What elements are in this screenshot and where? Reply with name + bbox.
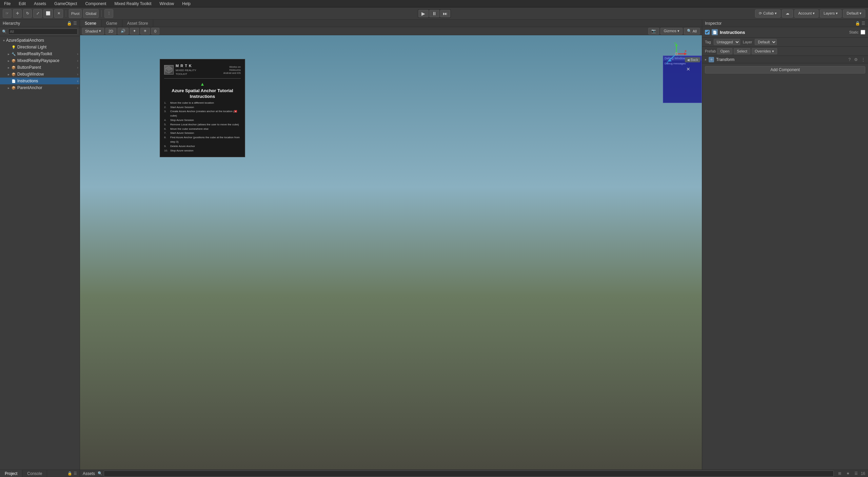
green-arrow: ▲ xyxy=(164,81,241,87)
hierarchy-item-instructions[interactable]: 📄 Instructions › xyxy=(0,78,80,84)
obj-type-icon: 📄 xyxy=(712,29,718,35)
collab-btn[interactable]: ⟳ Collab ▾ xyxy=(755,9,781,18)
assets-toggle-btn[interactable]: ⊞ xyxy=(836,471,843,477)
panel-menu-icon[interactable]: ☰ xyxy=(74,471,77,476)
tab-scene[interactable]: Scene xyxy=(80,20,101,27)
layers-btn[interactable]: Layers ▾ xyxy=(820,9,842,18)
transform-settings-icon[interactable]: ⚙ xyxy=(854,57,858,62)
assets-filter-btn[interactable]: ☰ xyxy=(853,471,860,477)
inspector-lock-icon[interactable]: 🔒 xyxy=(855,21,860,26)
gizmos-btn[interactable]: Gizmos ▾ xyxy=(660,28,682,35)
move-tool-btn[interactable]: ✛ xyxy=(13,9,22,18)
transform-gizmo: Y X Z xyxy=(665,42,688,66)
hierarchy-item-mrtk[interactable]: 🔧 MixedRealityToolkit › xyxy=(0,50,80,57)
menu-bar: File Edit Assets GameObject Component Mi… xyxy=(0,0,868,7)
global-btn[interactable]: Global xyxy=(83,9,99,18)
tag-select[interactable]: Untagged xyxy=(714,39,740,45)
item-label-1: MixedRealityToolkit xyxy=(17,51,52,56)
tab-console[interactable]: Console xyxy=(22,470,47,477)
tab-game[interactable]: Game xyxy=(101,20,122,27)
obj-active-checkbox[interactable] xyxy=(705,30,710,35)
menu-component[interactable]: Component xyxy=(84,1,107,7)
item-label-2: MixedRealityPlayspace xyxy=(17,58,59,63)
visibility-btn[interactable]: 0 xyxy=(151,28,159,35)
prefab-overrides-btn[interactable]: Overrides xyxy=(752,48,777,54)
layer-select[interactable]: Default xyxy=(755,39,777,45)
menu-file[interactable]: File xyxy=(3,1,12,7)
item-label-0: Directional Light xyxy=(17,45,46,49)
snap-btn[interactable]: ⋮ xyxy=(104,9,113,18)
menu-window[interactable]: Window xyxy=(158,1,176,7)
fx-btn[interactable]: ✦ xyxy=(130,28,139,35)
step-2: 2.Start Azure Session xyxy=(164,105,241,110)
assets-bookmark-btn[interactable]: ★ xyxy=(845,471,851,477)
menu-mrtk[interactable]: Mixed Reality Toolkit xyxy=(113,1,153,7)
shading-arrow xyxy=(99,29,101,33)
mrtk-works: Works onHoloLensAndroid and iOS xyxy=(223,65,241,75)
instructions-title: Azure Spatial Anchor Tutorial Instructio… xyxy=(164,88,241,100)
transform-help-icon[interactable]: ? xyxy=(848,57,851,62)
cloud-icon: ☁ xyxy=(786,11,789,16)
step-4: 4.Stop Azure Session xyxy=(164,118,241,123)
step-7: 7.Start Azure Session xyxy=(164,131,241,136)
root-arrow xyxy=(1,38,6,43)
static-checkbox[interactable] xyxy=(861,30,865,35)
svg-text:Y: Y xyxy=(674,42,676,45)
menu-assets[interactable]: Assets xyxy=(33,1,47,7)
tab-project[interactable]: Project xyxy=(0,470,22,477)
view-tabs: Scene Game Asset Store xyxy=(80,20,702,27)
rect-tool-btn[interactable]: ⬜ xyxy=(43,9,53,18)
pivot-btn[interactable]: Pivot xyxy=(69,9,82,18)
hierarchy-item-directional-light[interactable]: 💡 Directional Light xyxy=(0,44,80,50)
hierarchy-item-parentanchor[interactable]: 📦 ParentAnchor › xyxy=(0,84,80,91)
hierarchy-lock-icon[interactable]: 🔒 xyxy=(67,21,72,26)
item-arrow-right-3: › xyxy=(77,65,78,69)
shading-dropdown[interactable]: Shaded xyxy=(82,28,104,35)
prefab-open-btn[interactable]: Open xyxy=(717,48,732,54)
hierarchy-item-playspace[interactable]: 📦 MixedRealityPlayspace › xyxy=(0,57,80,64)
tab-asset-store[interactable]: Asset Store xyxy=(122,20,153,27)
hierarchy-item-debugwindow[interactable]: 📦 DebugWindow › xyxy=(0,71,80,78)
all-label[interactable]: 🔍 All xyxy=(684,28,700,35)
assets-search-input[interactable] xyxy=(104,471,834,477)
menu-help[interactable]: Help xyxy=(181,1,192,7)
item-arrow-right-1: › xyxy=(77,52,78,56)
mrtk-logo: M R T K MIXED REALITYTOOLKIT xyxy=(164,63,196,76)
menu-gameobject[interactable]: GameObject xyxy=(53,1,78,7)
pause-btn[interactable]: ⏸ xyxy=(429,10,439,17)
svg-point-12 xyxy=(675,53,678,55)
transform-menu-icon[interactable]: ⋮ xyxy=(861,57,865,62)
rotate-tool-btn[interactable]: ↻ xyxy=(23,9,32,18)
transform-tool-btn[interactable]: ✕ xyxy=(54,9,63,18)
hierarchy-search-input[interactable] xyxy=(8,28,78,35)
hand-tool-btn[interactable]: ☞ xyxy=(3,9,12,18)
mrtk-text: M R T K MIXED REALITYTOOLKIT xyxy=(176,63,196,76)
mrtk-title: M R T K xyxy=(176,64,192,68)
add-component-btn[interactable]: Add Component xyxy=(705,66,865,74)
menu-edit[interactable]: Edit xyxy=(17,1,27,7)
hierarchy-item-buttonparent[interactable]: 📦 ButtonParent › xyxy=(0,64,80,71)
item-arrow-right-6: › xyxy=(77,86,78,90)
play-btn[interactable]: ▶ xyxy=(418,10,429,17)
2d-btn[interactable]: 2D xyxy=(105,28,116,35)
hierarchy-root-item[interactable]: AzureSpatialAnchors xyxy=(0,37,80,44)
camera-btn[interactable]: 📷 xyxy=(648,28,659,35)
step-btn[interactable]: ⏭ xyxy=(440,10,450,17)
scale-tool-btn[interactable]: ⤢ xyxy=(33,9,42,18)
hierarchy-menu-icon[interactable]: ☰ xyxy=(73,21,77,26)
transform-label: Transform xyxy=(716,57,846,62)
prefab-select-btn[interactable]: Select xyxy=(734,48,750,54)
account-btn[interactable]: Account ▾ xyxy=(794,9,818,18)
transform-component-header[interactable]: ⊹ Transform ? ⚙ ⋮ xyxy=(702,56,868,63)
close-marker[interactable]: ✕ xyxy=(685,66,692,72)
layout-btn[interactable]: Default ▾ xyxy=(843,9,865,18)
cloud-btn[interactable]: ☁ xyxy=(782,9,793,18)
audio-btn[interactable]: 🔊 xyxy=(118,28,129,35)
tag-label: Tag xyxy=(705,40,711,44)
lock-icon[interactable]: 🔒 xyxy=(67,471,72,476)
step-5: 5.Remove Local Anchor (allows the user t… xyxy=(164,123,241,127)
playspace-icon: 📦 xyxy=(11,58,16,63)
item-label-6: ParentAnchor xyxy=(17,85,42,90)
lighting-btn[interactable]: ☀ xyxy=(140,28,150,35)
inspector-menu-icon[interactable]: ☰ xyxy=(862,21,865,26)
